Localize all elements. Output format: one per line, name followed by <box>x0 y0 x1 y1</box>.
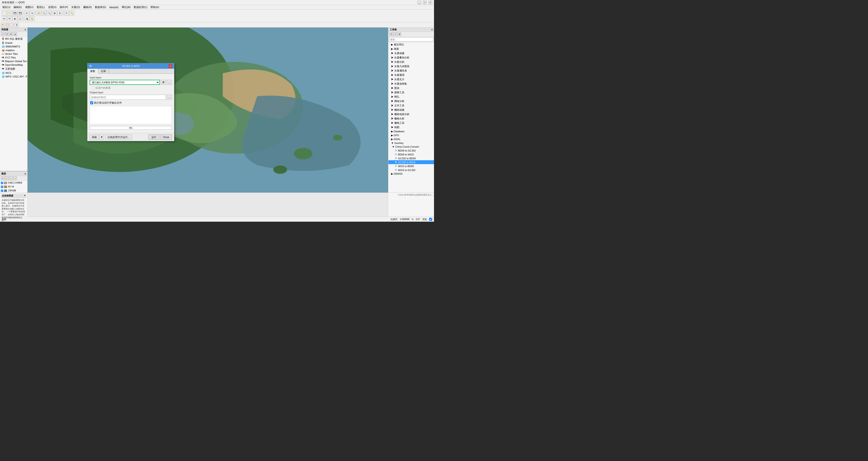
log-btn[interactable]: 📝 <box>10 23 14 27</box>
input-layer-select[interactable]: 窗已修正几何图形 [EPSG:4326] <box>90 80 160 85</box>
menu-item----R-[interactable]: 栅格(R) <box>82 5 93 9</box>
tools-gcj02-to-wgs[interactable]: ⚙ GCJ02 to WGS <box>389 160 434 164</box>
tools-file[interactable]: ▶ 文件工具 <box>389 103 434 108</box>
minimize-btn[interactable]: _ <box>417 1 421 4</box>
save-as-btn[interactable]: 💾 <box>18 10 23 15</box>
zoom-in-btn[interactable]: 🔍 <box>41 10 46 15</box>
menu-item----O-[interactable]: 矢量(O) <box>70 5 82 9</box>
menu-item----S-[interactable]: 设置(S) <box>47 5 58 9</box>
tools-wgs-to-gcj02[interactable]: ⚙ WGS to GCJ02 <box>389 168 434 172</box>
output-layer-input[interactable] <box>90 95 166 100</box>
menu-item----M-[interactable]: 网孔(M) <box>120 5 132 9</box>
plugin-btn[interactable]: 🔌 <box>24 16 29 21</box>
menu-item----J-[interactable]: 项目(J) <box>1 5 12 9</box>
tools-charts[interactable]: ▶ 图表 <box>389 86 434 90</box>
browser-item-satellite[interactable]: 🗺 卫星地图 <box>0 67 27 71</box>
tools-bd09-to-wgs[interactable]: ⚙ BD09 to WGS <box>389 153 434 156</box>
tools-recently-used[interactable]: ▶ 最近用过 <box>389 42 434 47</box>
batch-process-btn[interactable]: 以批处理方式运行... <box>105 135 132 140</box>
tools-vector-overlay[interactable]: ▶ 矢量叠加分析 <box>389 56 434 60</box>
tools-wgs-to-bd09[interactable]: ⚙ WGS to BD09 <box>389 164 434 168</box>
tools-settings-btn[interactable]: ⚙ <box>398 32 401 36</box>
browser-item-vector-tiles[interactable]: ⬡ Vector Tiles <box>0 52 27 56</box>
layer-polygon[interactable]: 已修正几何图形 <box>0 181 27 185</box>
browser-item-osm[interactable]: 🗺 OpenStreetMap <box>0 63 27 67</box>
menu-item----E-[interactable]: 编辑(E) <box>12 5 23 9</box>
zoom-full-btn[interactable]: ⊕ <box>52 10 57 15</box>
layers-panel-btn[interactable]: 📋 <box>5 23 10 27</box>
browser-panel-btn[interactable]: 📂 <box>1 23 5 27</box>
menu-item----V-[interactable]: 视图(V) <box>24 5 35 9</box>
info-btn[interactable]: ℹ <box>15 23 19 27</box>
layer-add-btn[interactable]: + <box>1 176 5 180</box>
browser-item-wfs[interactable]: 🌐 WFS / OGC API - Featu... <box>0 75 27 78</box>
layer-satellite-map[interactable]: 卫星地图 <box>0 189 27 193</box>
browser-item-wcs[interactable]: 🌐 WCS <box>0 71 27 75</box>
vertex-btn[interactable]: ◇ <box>18 16 23 21</box>
tools-raster-create[interactable]: ▶ 栅格创建 <box>389 108 434 112</box>
advanced-dropdown-arrow[interactable]: ▼ <box>99 135 104 140</box>
tools-vector-attr[interactable]: ▶ 矢量属性表 <box>389 69 434 73</box>
zoom-out-btn[interactable]: 🔍 <box>47 10 52 15</box>
tools-vector-select[interactable]: ▶ 矢量选择集 <box>389 81 434 86</box>
tools-gdal[interactable]: ▶ GDAL <box>389 137 434 141</box>
new-project-btn[interactable]: 📄 <box>2 10 7 15</box>
browser-item-oracle[interactable]: 🗄 Oracle <box>0 41 27 45</box>
digitize-btn[interactable]: ✏ <box>2 16 7 21</box>
layer-zhejiang[interactable]: 浙江省 <box>0 185 27 189</box>
advanced-btn[interactable]: 高级 <box>90 135 99 140</box>
select-btn[interactable]: ↖ <box>64 10 69 15</box>
tools-cartography[interactable]: ▶ 制图 <box>389 125 434 130</box>
python-btn[interactable]: 🐍 <box>30 16 35 21</box>
browser-add-btn[interactable]: + <box>1 32 5 36</box>
tab-log[interactable]: 记录 <box>98 69 109 74</box>
menu-item------C-[interactable]: 数据处理(C) <box>132 5 149 9</box>
browser-collapse-all-btn[interactable]: ▲ <box>13 32 17 36</box>
render-checkbox[interactable] <box>429 218 432 221</box>
tools-raster-terrain[interactable]: ▶ 栅格地形分析 <box>389 112 434 117</box>
output-layer-more-btn[interactable]: … <box>167 95 172 100</box>
menu-item----P-[interactable]: 插件(P) <box>58 5 69 9</box>
browser-item-mapbox[interactable]: 📦 mapbox <box>0 48 27 52</box>
pan-tool[interactable]: ✋ <box>36 10 41 15</box>
browser-filter-btn[interactable]: ▼ <box>9 32 13 36</box>
only-selected-checkbox[interactable] <box>92 87 94 89</box>
undo-btn[interactable]: ↩ <box>24 10 29 15</box>
tools-raster-analysis[interactable]: ▶ 栅格分析 <box>389 117 434 121</box>
layer-visible-checkbox-2[interactable] <box>1 186 3 188</box>
browser-refresh-btn[interactable]: ↺ <box>5 32 9 36</box>
maximize-btn[interactable]: □ <box>423 1 427 4</box>
tools-close-btn[interactable]: × <box>431 28 433 31</box>
browser-item-xyz[interactable]: 🗺 XYZ Tiles <box>0 56 27 59</box>
browser-item-mapzen[interactable]: 🗺 Mapzen Global Terr... <box>0 59 27 63</box>
gcj02-to-wgs-dialog[interactable]: ⚙ GCJ02 to WGS × 参数 记录 Input layer 窗已修正几… <box>87 63 174 141</box>
save-project-btn[interactable]: 💾 <box>12 10 18 15</box>
tools-vector-create[interactable]: ▶ 矢量创建 <box>389 51 434 56</box>
dialog-close-btn[interactable]: × <box>168 64 172 68</box>
tools-grass[interactable]: ▶ GRASS <box>389 172 434 176</box>
measure-btn[interactable]: 📏 <box>69 10 74 15</box>
layer-up-btn[interactable]: ↑ <box>9 176 13 180</box>
tools-china-coord-convert[interactable]: ▼ China Coord Convert <box>389 145 434 149</box>
identify-btn[interactable]: ℹ <box>57 10 62 15</box>
layer-visible-checkbox[interactable] <box>1 182 3 184</box>
tools-network[interactable]: ▶ 网络分析 <box>389 99 434 103</box>
tools-mesh[interactable]: ▶ 网孔 <box>389 95 434 99</box>
tools-vector-analysis[interactable]: ▶ 矢量分析 <box>389 60 434 64</box>
input-layer-more-btn[interactable]: … <box>167 80 172 85</box>
tools-vector-general[interactable]: ▶ 矢量通用 <box>389 73 434 77</box>
open-project-btn[interactable]: 📁 <box>7 10 12 15</box>
tools-vector-tiles[interactable]: ▶ 矢量瓦片 <box>389 77 434 81</box>
browser-item-wmswmts[interactable]: 🌐 WMS/WMTS <box>0 45 27 48</box>
menu-item----L-[interactable]: 图层(L) <box>35 5 46 9</box>
menu-item-----D-[interactable]: 数据库(D) <box>94 5 107 9</box>
tab-params[interactable]: 参数 <box>87 69 98 74</box>
browser-collapse-btn[interactable]: × <box>25 28 26 31</box>
tools-raster-tools[interactable]: ▶ 栅格工具 <box>389 121 434 125</box>
tools-database[interactable]: ▶ Database <box>389 130 434 133</box>
run-btn[interactable]: 运行 <box>148 135 159 140</box>
tools-gcj02-to-bd09[interactable]: ⚙ GCJ02 to BD09 <box>389 156 434 160</box>
browser-item-mssql[interactable]: 🗄 MS SQL 服务器 <box>0 37 27 41</box>
layer-visible-checkbox-3[interactable] <box>1 190 3 192</box>
dialog-footer-close-btn[interactable]: Close <box>160 135 172 140</box>
